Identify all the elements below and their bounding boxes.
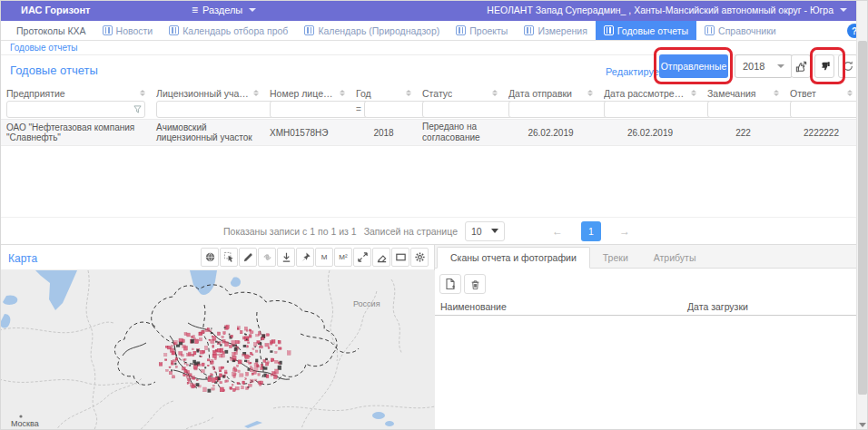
measure-area-button[interactable]: M² <box>334 248 352 267</box>
add-file-button[interactable] <box>439 274 461 294</box>
layers-globe-button[interactable] <box>201 248 219 267</box>
tab-attributes[interactable]: Атрибуты <box>641 248 709 268</box>
sections-menu-label: Разделы <box>202 5 242 15</box>
cell-sent-date: 26.02.2019 <box>503 120 598 145</box>
column-license-area[interactable]: Лицензионный участок <box>151 84 264 119</box>
sections-menu[interactable]: ≡ Разделы <box>192 5 256 15</box>
calendar-icon <box>304 25 314 35</box>
add-file-icon <box>444 278 457 290</box>
hamburger-icon: ≡ <box>192 5 198 15</box>
triangle-down-icon <box>859 423 866 427</box>
map-canvas[interactable]: Россия Москва <box>1 270 435 430</box>
files-column-upload-date[interactable]: Дата загрузки <box>687 301 748 312</box>
tab-spravochniki[interactable]: Справочники <box>696 21 784 40</box>
module-tab-bar: Протоколы КХА Новости Календарь отбора п… <box>1 21 868 41</box>
tab-novosti[interactable]: Новости <box>94 21 162 40</box>
filter-enterprise-input[interactable] <box>10 103 133 116</box>
pushpin-icon <box>300 251 311 263</box>
breadcrumb: Годовые отчеты <box>1 41 868 55</box>
year-select[interactable]: 2018 <box>735 54 793 78</box>
map-label-city: Москва <box>11 419 39 428</box>
link-icon <box>261 251 273 263</box>
cell-status: Передано на согласование <box>417 120 503 145</box>
gear-icon <box>414 251 426 263</box>
column-status[interactable]: Статус <box>417 84 503 119</box>
bottom-panels: Карта M M² <box>1 244 868 430</box>
scrollbar-down-button[interactable] <box>857 418 868 430</box>
map-label-country: Россия <box>353 299 380 308</box>
column-review-date[interactable]: Дата рассмотрения <box>598 84 702 119</box>
next-page-button[interactable]: → <box>614 225 636 238</box>
year-select-value: 2018 <box>743 61 764 72</box>
column-remarks[interactable]: Замечания <box>702 84 784 119</box>
tab-proekty[interactable]: Проекты <box>448 21 516 40</box>
sort-icon <box>587 90 593 96</box>
column-label: Дата рассмотрения <box>604 88 687 99</box>
page-1-button[interactable]: 1 <box>581 221 601 241</box>
tab-label: Календарь отбора проб <box>182 25 288 36</box>
page-scrollbar[interactable] <box>856 1 867 430</box>
sort-icon <box>340 90 345 96</box>
files-column-name[interactable]: Наименование <box>440 301 507 312</box>
draw-button[interactable] <box>239 248 257 267</box>
filter-license-area-input[interactable] <box>160 103 280 116</box>
calendar-icon <box>604 25 614 35</box>
table-row[interactable]: ОАО "Нефтегазовая компания "Славнефть" А… <box>1 119 858 146</box>
tab-kalendar-prirodnadzor[interactable]: Календарь (Природнадзор) <box>296 21 448 40</box>
reports-table-header: Предприятие Лицензионный участок Номер л… <box>1 84 858 119</box>
calendar-icon <box>456 25 466 35</box>
user-menu[interactable]: НЕОЛАНТ Запад Суперадмин_ , Ханты-Мансий… <box>487 5 847 15</box>
pin-button[interactable] <box>296 248 314 267</box>
cell-remarks: 222 <box>702 120 784 145</box>
tab-report-scans[interactable]: Сканы отчета и фотографии <box>437 247 590 269</box>
column-label: Предприятие <box>6 88 65 99</box>
app-window: ИАС Горизонт ≡ Разделы НЕОЛАНТ Запад Суп… <box>0 0 868 430</box>
extent-button[interactable] <box>391 248 409 267</box>
link-button[interactable] <box>258 248 276 267</box>
expand-icon <box>357 251 369 263</box>
prev-page-button[interactable]: ← <box>547 225 568 238</box>
cell-review-date: 26.02.2019 <box>598 120 702 145</box>
column-license-number[interactable]: Номер лицензии <box>264 84 350 119</box>
map-settings-button[interactable] <box>410 248 429 267</box>
reject-report-button[interactable] <box>814 54 834 78</box>
per-page-select[interactable]: 10 <box>465 221 505 241</box>
per-page-value: 10 <box>471 226 482 237</box>
tab-kalendar-otbora-prob[interactable]: Календарь отбора проб <box>161 21 296 40</box>
details-tab-bar: Сканы отчета и фотографии Треки Атрибуты <box>435 245 868 269</box>
tab-tracks[interactable]: Треки <box>590 248 641 268</box>
filter-funnel-icon[interactable] <box>133 105 142 113</box>
fullscreen-button[interactable] <box>353 248 371 267</box>
download-button[interactable] <box>277 248 295 267</box>
tab-label: Проекты <box>469 25 508 36</box>
sort-icon <box>691 90 696 96</box>
column-enterprise[interactable]: Предприятие <box>1 84 151 119</box>
delete-file-button[interactable] <box>464 274 486 294</box>
scrollbar-thumb[interactable] <box>858 41 867 395</box>
page-title: Годовые отчеты <box>10 64 98 77</box>
refresh-button[interactable] <box>838 54 858 78</box>
cell-license-number: ХМН01578НЭ <box>264 120 350 145</box>
measure-area-label: M² <box>339 253 347 261</box>
tab-label: Измерения <box>538 25 587 36</box>
select-feature-button[interactable] <box>220 248 238 267</box>
column-answer[interactable]: Ответ <box>784 84 858 119</box>
thumbs-down-icon <box>818 60 832 73</box>
measure-length-button[interactable]: M <box>315 248 333 267</box>
files-table-header: Наименование Дата загрузки <box>435 299 858 316</box>
sent-reports-button[interactable]: Отправленные <box>659 54 728 78</box>
eraser-button[interactable] <box>372 248 390 267</box>
column-label: Замечания <box>707 88 756 99</box>
select-cursor-icon <box>223 251 235 263</box>
year-filter-operator[interactable]: = <box>356 104 361 114</box>
approve-report-button[interactable] <box>791 54 811 78</box>
tab-godovye-otchety[interactable]: Годовые отчеты <box>596 21 696 40</box>
column-year[interactable]: Год = <box>350 84 417 119</box>
breadcrumb-link[interactable]: Годовые отчеты <box>10 43 77 53</box>
tab-label: Новости <box>116 25 153 36</box>
column-sent-date[interactable]: Дата отправки <box>503 84 598 119</box>
top-bar: ИАС Горизонт ≡ Разделы НЕОЛАНТ Запад Суп… <box>1 1 868 21</box>
tab-protokoly-kha[interactable]: Протоколы КХА <box>8 21 94 40</box>
tab-izmereniya[interactable]: Измерения <box>516 21 595 40</box>
details-toolbar <box>439 274 486 294</box>
